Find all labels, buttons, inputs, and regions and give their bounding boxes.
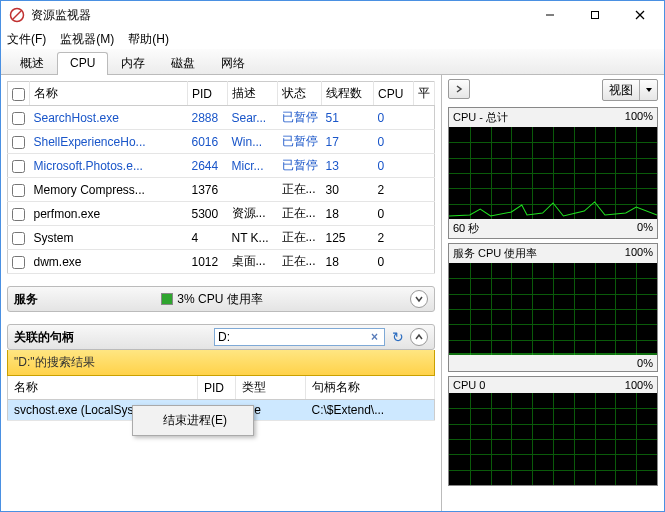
ctx-end-process[interactable]: 结束进程(E) bbox=[135, 408, 251, 433]
minimize-button[interactable] bbox=[527, 1, 572, 29]
process-check[interactable] bbox=[12, 136, 25, 149]
handles-section-header[interactable]: 关联的句柄 × ↻ bbox=[7, 324, 435, 350]
process-check[interactable] bbox=[12, 112, 25, 125]
view-dropdown-arrow[interactable] bbox=[639, 80, 657, 100]
handles-title: 关联的句柄 bbox=[14, 329, 214, 346]
handles-search-input[interactable] bbox=[214, 328, 385, 346]
menubar: 文件(F) 监视器(M) 帮助(H) bbox=[1, 29, 664, 49]
check-all[interactable] bbox=[12, 88, 25, 101]
col-name[interactable]: 名称 bbox=[30, 82, 188, 106]
process-pid: 6016 bbox=[188, 130, 228, 154]
tab-disk[interactable]: 磁盘 bbox=[158, 51, 208, 74]
graph-right-label: 100% bbox=[625, 110, 653, 125]
process-check[interactable] bbox=[12, 232, 25, 245]
process-threads: 125 bbox=[322, 226, 374, 250]
process-avg bbox=[414, 226, 435, 250]
process-threads: 18 bbox=[322, 250, 374, 274]
svg-line-1 bbox=[13, 11, 21, 19]
process-row[interactable]: ShellExperienceHo...6016Win...已暂停170 bbox=[8, 130, 435, 154]
process-row[interactable]: perfmon.exe5300资源...正在...180 bbox=[8, 202, 435, 226]
graph-nav-button[interactable] bbox=[448, 79, 470, 99]
process-check[interactable] bbox=[12, 160, 25, 173]
process-check[interactable] bbox=[12, 184, 25, 197]
process-desc bbox=[228, 178, 278, 202]
process-threads: 30 bbox=[322, 178, 374, 202]
col-pid[interactable]: PID bbox=[188, 82, 228, 106]
right-pane: 视图 CPU - 总计100%60 秒0%服务 CPU 使用率100%0%CPU… bbox=[441, 75, 664, 512]
hcol-handle[interactable]: 句柄名称 bbox=[306, 376, 435, 400]
maximize-button[interactable] bbox=[572, 1, 617, 29]
graph-block: CPU 0100% bbox=[448, 376, 658, 486]
app-icon bbox=[9, 7, 25, 23]
context-menu: 结束进程(E) bbox=[132, 405, 254, 436]
process-pid: 4 bbox=[188, 226, 228, 250]
process-table: 名称 PID 描述 状态 线程数 CPU 平 SearchHost.exe288… bbox=[7, 81, 435, 274]
process-cpu: 0 bbox=[374, 106, 414, 130]
graph-title: CPU 0 bbox=[453, 379, 485, 391]
hcol-pid[interactable]: PID bbox=[198, 376, 236, 400]
hcol-type[interactable]: 类型 bbox=[236, 376, 306, 400]
cpu-usage-indicator bbox=[161, 293, 173, 305]
process-check[interactable] bbox=[12, 208, 25, 221]
process-threads: 13 bbox=[322, 154, 374, 178]
graph-foot-right: 0% bbox=[637, 221, 653, 236]
process-row[interactable]: System4NT K...正在...1252 bbox=[8, 226, 435, 250]
process-desc: 资源... bbox=[228, 202, 278, 226]
tab-network[interactable]: 网络 bbox=[208, 51, 258, 74]
process-desc: 桌面... bbox=[228, 250, 278, 274]
process-row[interactable]: dwm.exe1012桌面...正在...180 bbox=[8, 250, 435, 274]
menu-help[interactable]: 帮助(H) bbox=[128, 31, 169, 48]
left-pane: 名称 PID 描述 状态 线程数 CPU 平 SearchHost.exe288… bbox=[1, 75, 441, 512]
graph-block: CPU - 总计100%60 秒0% bbox=[448, 107, 658, 239]
col-status[interactable]: 状态 bbox=[278, 82, 322, 106]
handles-header-row[interactable]: 名称 PID 类型 句柄名称 bbox=[8, 376, 435, 400]
process-avg bbox=[414, 178, 435, 202]
process-avg bbox=[414, 130, 435, 154]
services-title: 服务 bbox=[14, 291, 161, 308]
window-title: 资源监视器 bbox=[31, 7, 527, 24]
services-collapse-button[interactable] bbox=[410, 290, 428, 308]
tab-cpu[interactable]: CPU bbox=[57, 52, 108, 75]
process-threads: 18 bbox=[322, 202, 374, 226]
process-cpu: 0 bbox=[374, 202, 414, 226]
process-name: System bbox=[30, 226, 188, 250]
process-avg bbox=[414, 154, 435, 178]
process-header-row[interactable]: 名称 PID 描述 状态 线程数 CPU 平 bbox=[8, 82, 435, 106]
graph-right-label: 100% bbox=[625, 246, 653, 261]
cpu-usage-label: 3% CPU 使用率 bbox=[177, 291, 262, 308]
graph-title: 服务 CPU 使用率 bbox=[453, 246, 537, 261]
process-row[interactable]: Memory Compress...1376正在...302 bbox=[8, 178, 435, 202]
clear-search-icon[interactable]: × bbox=[371, 330, 378, 344]
graph-block: 服务 CPU 使用率100%0% bbox=[448, 243, 658, 372]
col-cpu[interactable]: CPU bbox=[374, 82, 414, 106]
graph-right-label: 100% bbox=[625, 379, 653, 391]
process-status: 正在... bbox=[278, 202, 322, 226]
view-button-label[interactable]: 视图 bbox=[603, 82, 639, 99]
col-threads[interactable]: 线程数 bbox=[322, 82, 374, 106]
menu-monitor[interactable]: 监视器(M) bbox=[60, 31, 114, 48]
process-name: ShellExperienceHo... bbox=[30, 130, 188, 154]
graph-canvas bbox=[449, 263, 657, 355]
process-cpu: 2 bbox=[374, 178, 414, 202]
process-row[interactable]: Microsoft.Photos.e...2644Micr...已暂停130 bbox=[8, 154, 435, 178]
process-status: 正在... bbox=[278, 250, 322, 274]
process-row[interactable]: SearchHost.exe2888Sear...已暂停510 bbox=[8, 106, 435, 130]
graph-foot-right: 0% bbox=[637, 357, 653, 369]
col-desc[interactable]: 描述 bbox=[228, 82, 278, 106]
graph-canvas bbox=[449, 393, 657, 485]
handles-collapse-button[interactable] bbox=[410, 328, 428, 346]
close-button[interactable] bbox=[617, 1, 662, 29]
process-desc: NT K... bbox=[228, 226, 278, 250]
process-avg bbox=[414, 106, 435, 130]
col-avg[interactable]: 平 bbox=[414, 82, 435, 106]
process-status: 正在... bbox=[278, 178, 322, 202]
tab-memory[interactable]: 内存 bbox=[108, 51, 158, 74]
process-check[interactable] bbox=[12, 256, 25, 269]
menu-file[interactable]: 文件(F) bbox=[7, 31, 46, 48]
tab-overview[interactable]: 概述 bbox=[7, 51, 57, 74]
refresh-icon[interactable]: ↻ bbox=[392, 329, 404, 345]
tabbar: 概述 CPU 内存 磁盘 网络 bbox=[1, 49, 664, 75]
hcol-name[interactable]: 名称 bbox=[8, 376, 198, 400]
graph-canvas bbox=[449, 127, 657, 219]
services-section-header[interactable]: 服务 3% CPU 使用率 bbox=[7, 286, 435, 312]
